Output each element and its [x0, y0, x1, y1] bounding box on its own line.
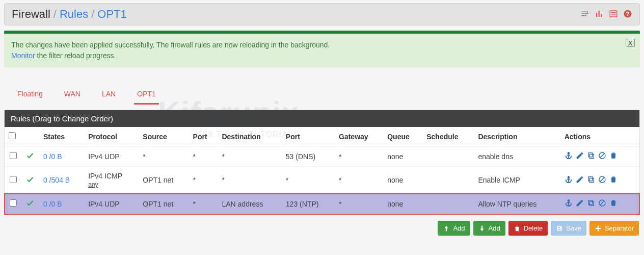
copy-icon[interactable] [587, 175, 595, 185]
svg-point-0 [586, 11, 588, 12]
settings-sliders-icon[interactable] [580, 9, 589, 20]
alert-text-2: the filter reload progress. [35, 52, 116, 60]
cell-queue: none [383, 167, 422, 194]
cell-source: OPT1 net [139, 167, 189, 194]
table-header-row: States Protocol Source Port Destination … [5, 127, 639, 146]
edit-pencil-icon[interactable] [576, 175, 584, 185]
row-checkbox[interactable] [10, 152, 17, 159]
col-schedule: Schedule [422, 127, 474, 146]
add-top-button[interactable]: Add [438, 221, 470, 236]
svg-line-13 [600, 154, 604, 158]
pass-check-icon [26, 177, 34, 185]
rules-panel-header: Rules (Drag to Change Order) [5, 110, 639, 127]
success-alert: x The changes have been applied successf… [4, 34, 640, 67]
select-all-checkbox[interactable] [9, 132, 16, 139]
row-checkbox[interactable] [10, 176, 17, 183]
tab-floating[interactable]: Floating [14, 87, 46, 105]
cell-gateway: * [335, 167, 383, 194]
protocol-subtype: any [88, 181, 135, 188]
header-toolbar: ? [580, 9, 632, 20]
cell-schedule [422, 194, 474, 214]
cell-sport: * [189, 146, 218, 167]
delete-label: Delete [524, 224, 543, 232]
edit-pencil-icon[interactable] [576, 199, 584, 209]
cell-dest: * [218, 167, 281, 194]
anchor-icon[interactable] [565, 199, 573, 209]
svg-rect-3 [599, 11, 600, 17]
cell-gateway: * [335, 194, 383, 214]
breadcrumb-sep: / [91, 8, 94, 21]
help-icon[interactable]: ? [623, 9, 632, 20]
separator-button[interactable]: Separator [589, 221, 639, 236]
cell-protocol: IPv4 UDP [84, 194, 139, 214]
pass-check-icon [26, 200, 34, 209]
bar-chart-icon[interactable] [595, 9, 604, 20]
cell-dport: * [282, 167, 335, 194]
alert-monitor-link[interactable]: Monitor [11, 52, 35, 60]
trash-icon[interactable] [609, 199, 618, 209]
breadcrumb-opt1[interactable]: OPT1 [97, 8, 126, 21]
trash-icon[interactable] [609, 151, 618, 161]
row-checkbox[interactable] [10, 199, 17, 207]
tab-opt1[interactable]: OPT1 [134, 87, 159, 105]
copy-icon[interactable] [587, 151, 595, 161]
tab-lan[interactable]: LAN [99, 87, 119, 105]
edit-pencil-icon[interactable] [576, 151, 584, 161]
breadcrumb-rules[interactable]: Rules [60, 8, 88, 21]
cell-dport: 123 (NTP) [282, 194, 335, 214]
col-queue: Queue [383, 127, 422, 146]
cell-states[interactable]: 0 /0 B [39, 194, 84, 214]
cell-source: * [139, 146, 189, 167]
col-checkbox [5, 127, 22, 146]
disable-icon[interactable] [598, 199, 606, 209]
svg-text:?: ? [626, 10, 629, 16]
cell-queue: none [383, 146, 422, 167]
log-icon[interactable] [609, 9, 618, 20]
disable-icon[interactable] [598, 151, 606, 161]
svg-rect-10 [589, 154, 594, 158]
table-row[interactable]: 0 /504 B IPv4 ICMPany OPT1 net * * * * n… [5, 167, 639, 194]
col-protocol: Protocol [84, 127, 139, 146]
tab-wan[interactable]: WAN [61, 87, 84, 105]
cell-description: enable dns [474, 146, 560, 167]
close-icon[interactable]: x [626, 39, 635, 47]
cell-states[interactable]: 0 /0 B [39, 146, 84, 167]
col-description: Description [474, 127, 560, 146]
rules-panel: Rules (Drag to Change Order) States Prot… [4, 110, 640, 215]
delete-button[interactable]: Delete [508, 221, 548, 236]
svg-rect-4 [601, 14, 602, 16]
col-source: Source [139, 127, 189, 146]
save-button[interactable]: Save [551, 221, 586, 236]
copy-icon[interactable] [587, 199, 595, 209]
breadcrumb: Firewall / Rules / OPT1 [12, 8, 127, 21]
svg-line-17 [600, 177, 604, 182]
rules-table: States Protocol Source Port Destination … [5, 127, 639, 214]
cell-gateway: * [335, 146, 383, 167]
cell-description: Allow NTP queries [474, 194, 560, 214]
add-bottom-label: Add [489, 224, 500, 232]
add-bottom-button[interactable]: Add [473, 221, 505, 236]
trash-icon[interactable] [609, 175, 618, 185]
disable-icon[interactable] [598, 175, 606, 185]
svg-rect-11 [588, 153, 592, 157]
cell-sport: * [189, 194, 218, 214]
alert-text: The changes have been applied successful… [11, 41, 330, 49]
add-top-label: Add [453, 224, 465, 232]
svg-rect-23 [596, 227, 601, 228]
cell-states[interactable]: 0 /504 B [39, 167, 84, 194]
table-row[interactable]: 0 /0 B IPv4 UDP OPT1 net * LAN address 1… [5, 194, 639, 214]
tab-bar: Floating WAN LAN OPT1 [4, 78, 640, 105]
anchor-icon[interactable] [565, 151, 573, 161]
col-sport: Port [189, 127, 218, 146]
col-dport: Port [282, 127, 335, 146]
table-row[interactable]: 0 /0 B IPv4 UDP * * * 53 (DNS) * none en… [5, 146, 639, 167]
breadcrumb-sep: / [53, 8, 57, 21]
separator-label: Separator [605, 224, 634, 232]
cell-protocol: IPv4 ICMPany [84, 167, 139, 194]
cell-protocol: IPv4 UDP [84, 146, 139, 167]
breadcrumb-root: Firewall [12, 8, 50, 21]
svg-rect-2 [596, 13, 597, 17]
row-actions [565, 175, 635, 185]
svg-rect-15 [588, 176, 592, 181]
anchor-icon[interactable] [565, 175, 573, 185]
